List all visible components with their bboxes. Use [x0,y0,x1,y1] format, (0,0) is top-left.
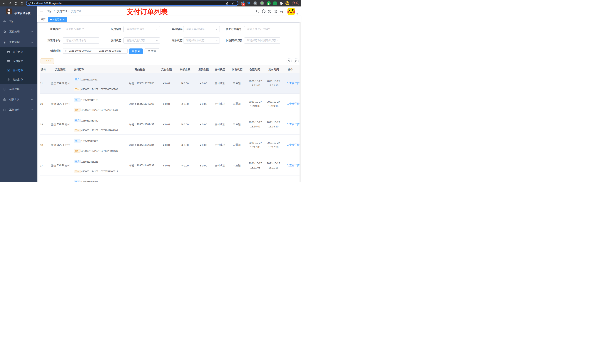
svg-text:¥: ¥ [8,70,9,71]
